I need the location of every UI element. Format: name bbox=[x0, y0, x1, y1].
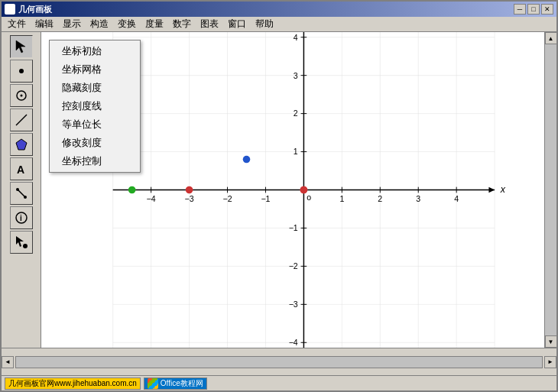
menu-item-hide-scale[interactable]: 隐藏刻度 bbox=[50, 79, 140, 97]
menu-item-coordinate-grid[interactable]: 坐标网格 bbox=[50, 60, 140, 79]
svg-point-8 bbox=[16, 188, 19, 191]
svg-text:A: A bbox=[17, 164, 24, 176]
scroll-right-button[interactable]: ► bbox=[544, 356, 556, 368]
scroll-track-right[interactable] bbox=[545, 44, 556, 335]
svg-marker-12 bbox=[16, 236, 24, 247]
svg-text:−1: −1 bbox=[261, 194, 270, 203]
svg-text:−1: −1 bbox=[289, 223, 298, 232]
office-logo bbox=[148, 378, 158, 389]
title-bar: 几何画板 ─ □ ✕ bbox=[2, 2, 556, 17]
polygon-icon bbox=[15, 138, 28, 151]
title-bar-buttons: ─ □ ✕ bbox=[514, 4, 553, 15]
svg-text:4: 4 bbox=[294, 33, 298, 42]
bottom-area: ◄ ► bbox=[2, 348, 556, 375]
svg-line-4 bbox=[16, 115, 27, 125]
svg-text:−2: −2 bbox=[223, 194, 232, 203]
svg-marker-0 bbox=[16, 40, 25, 53]
scroll-track-bottom[interactable] bbox=[15, 356, 543, 368]
svg-text:1: 1 bbox=[294, 147, 298, 156]
menu-transform[interactable]: 变换 bbox=[113, 17, 141, 31]
svg-text:2: 2 bbox=[378, 194, 382, 203]
office-status: Office教程网 bbox=[144, 377, 207, 390]
watermark-status: 几何画板官网www.jihehuaban.com.cn bbox=[5, 377, 141, 390]
menu-item-coordinate-init[interactable]: 坐标初始 bbox=[50, 42, 140, 60]
svg-point-13 bbox=[23, 244, 28, 248]
line-tool[interactable] bbox=[10, 109, 33, 131]
scroll-down-button[interactable]: ▼ bbox=[545, 335, 557, 348]
svg-point-75 bbox=[243, 156, 251, 164]
svg-text:o: o bbox=[307, 193, 311, 202]
menu-construct[interactable]: 构造 bbox=[86, 17, 113, 31]
select-tool[interactable] bbox=[10, 35, 33, 58]
context-menu: 坐标初始 坐标网格 隐藏刻度 控刻度线 等单位长 修改刻度 坐标控制 bbox=[49, 40, 141, 173]
menu-item-control-scale-line[interactable]: 控刻度线 bbox=[50, 97, 140, 115]
scrollbar-right: ▲ ▼ bbox=[544, 32, 556, 348]
arrow-more-icon bbox=[15, 235, 28, 249]
menu-number[interactable]: 数字 bbox=[168, 17, 196, 31]
polygon-tool[interactable] bbox=[10, 133, 33, 156]
content-area: 坐标初始 坐标网格 隐藏刻度 控刻度线 等单位长 修改刻度 坐标控制 xy−4−… bbox=[41, 32, 556, 348]
info-tool[interactable]: i bbox=[10, 206, 33, 229]
compass-icon bbox=[15, 89, 28, 102]
dot-icon bbox=[15, 64, 28, 78]
arrow-more-tool[interactable] bbox=[10, 231, 33, 254]
pointer-icon bbox=[15, 40, 28, 53]
svg-text:−3: −3 bbox=[185, 194, 194, 203]
svg-text:3: 3 bbox=[416, 194, 420, 203]
scroll-up-button[interactable]: ▲ bbox=[545, 32, 557, 44]
status-bar: 几何画板官网www.jihehuaban.com.cn Office教程网 bbox=[2, 375, 556, 390]
line-icon bbox=[15, 113, 28, 127]
office-label: Office教程网 bbox=[161, 378, 203, 389]
svg-point-3 bbox=[20, 95, 22, 97]
title-bar-left: 几何画板 bbox=[5, 4, 52, 15]
svg-text:i: i bbox=[20, 214, 22, 222]
menu-item-coordinate-control[interactable]: 坐标控制 bbox=[50, 152, 140, 170]
menu-item-modify-scale[interactable]: 修改刻度 bbox=[50, 134, 140, 152]
menu-graph[interactable]: 图表 bbox=[196, 17, 223, 31]
info-icon: i bbox=[15, 211, 28, 225]
svg-marker-5 bbox=[16, 139, 27, 150]
compass-tool[interactable] bbox=[10, 84, 33, 107]
svg-point-1 bbox=[19, 69, 24, 73]
menu-bar: 文件 编辑 显示 构造 变换 度量 数字 图表 窗口 帮助 bbox=[2, 17, 556, 32]
svg-text:−4: −4 bbox=[289, 338, 298, 347]
svg-point-76 bbox=[128, 186, 136, 194]
svg-point-77 bbox=[186, 186, 193, 194]
svg-text:1: 1 bbox=[339, 194, 344, 203]
svg-text:−2: −2 bbox=[289, 261, 298, 271]
minimize-button[interactable]: ─ bbox=[514, 4, 526, 15]
app-icon bbox=[5, 4, 15, 15]
svg-text:−3: −3 bbox=[289, 300, 298, 309]
svg-marker-37 bbox=[488, 187, 495, 193]
menu-measure[interactable]: 度量 bbox=[141, 17, 168, 31]
menu-file[interactable]: 文件 bbox=[3, 17, 31, 31]
menu-item-equal-unit[interactable]: 等单位长 bbox=[50, 115, 140, 134]
text-icon: A bbox=[15, 162, 28, 176]
svg-point-9 bbox=[24, 196, 27, 199]
svg-text:2: 2 bbox=[294, 109, 298, 118]
window-frame: 几何画板 ─ □ ✕ 文件 编辑 显示 构造 变换 度量 数字 图表 窗口 帮助 bbox=[0, 0, 558, 392]
svg-line-7 bbox=[18, 190, 25, 197]
maximize-button[interactable]: □ bbox=[527, 4, 540, 15]
svg-point-81 bbox=[300, 186, 308, 194]
title-bar-text: 几何画板 bbox=[18, 4, 52, 15]
toolbar: A i bbox=[2, 32, 41, 348]
close-button[interactable]: ✕ bbox=[541, 4, 553, 15]
svg-text:4: 4 bbox=[454, 194, 459, 203]
main-area: A i bbox=[2, 32, 556, 348]
text-tool[interactable]: A bbox=[10, 157, 33, 180]
point-tool[interactable] bbox=[10, 60, 33, 83]
menu-help[interactable]: 帮助 bbox=[251, 17, 278, 31]
menu-window[interactable]: 窗口 bbox=[223, 17, 251, 31]
scroll-left-button[interactable]: ◄ bbox=[2, 356, 14, 368]
custom-tool[interactable] bbox=[10, 182, 33, 205]
svg-text:−4: −4 bbox=[147, 194, 156, 203]
menu-edit[interactable]: 编辑 bbox=[31, 17, 58, 31]
menu-display[interactable]: 显示 bbox=[58, 17, 86, 31]
custom-icon bbox=[15, 186, 28, 200]
svg-text:x: x bbox=[500, 184, 506, 195]
svg-text:3: 3 bbox=[294, 71, 298, 80]
